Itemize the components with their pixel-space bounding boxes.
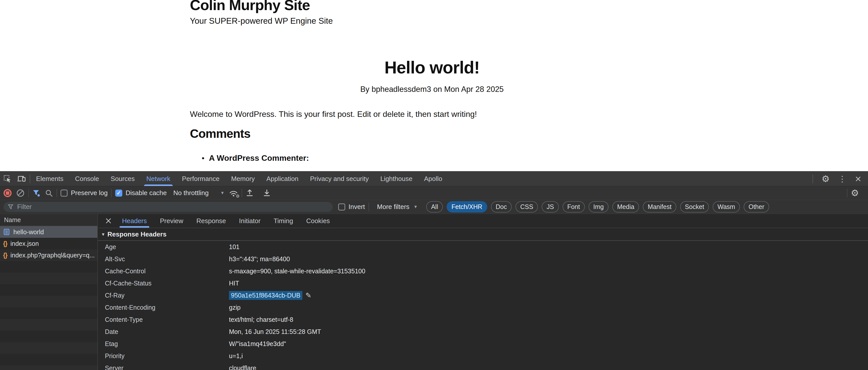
details-tabbar: HeadersPreviewResponseInitiatorTimingCoo… [98, 214, 868, 228]
response-headers-section-header[interactable]: ▾ Response Headers [98, 228, 868, 241]
header-value: W/"isa1mq419e3dd" [229, 340, 286, 347]
header-name: Etag [98, 340, 229, 347]
devtools-panel: ElementsConsoleSourcesNetworkPerformance… [0, 171, 868, 370]
details-tab-response[interactable]: Response [190, 214, 232, 228]
details-tab-cookies[interactable]: Cookies [300, 214, 336, 228]
section-title: Response Headers [107, 230, 166, 238]
tab-lighthouse[interactable]: Lighthouse [374, 172, 418, 186]
response-header-row-content-encoding: Content-Encodinggzip [98, 301, 868, 313]
response-header-row-cf-cache-status: Cf-Cache-StatusHIT [98, 277, 868, 289]
dropdown-arrow-icon: ▼ [220, 191, 224, 196]
details-tab-initiator[interactable]: Initiator [232, 214, 267, 228]
record-network-log-icon[interactable] [3, 189, 11, 197]
collapse-triangle-icon: ▾ [102, 231, 104, 237]
filter-chip-fetch-xhr[interactable]: Fetch/XHR [446, 201, 487, 212]
header-name: Alt-Svc [98, 255, 229, 263]
network-conditions-icon[interactable]: ⚙ [229, 189, 238, 197]
tab-elements[interactable]: Elements [30, 172, 69, 186]
json-icon: {} [3, 251, 7, 259]
filter-chip-socket[interactable]: Socket [680, 201, 709, 212]
throttling-dropdown[interactable]: No throttling ▼ [173, 189, 224, 197]
response-header-row-server: Servercloudflare [98, 362, 868, 370]
tab-sources[interactable]: Sources [105, 172, 141, 186]
header-value: Mon, 16 Jun 2025 11:55:28 GMT [229, 328, 321, 335]
header-name: Content-Type [98, 316, 229, 323]
site-title: Colin Murphy Site [190, 0, 310, 13]
filter-chip-manifest[interactable]: Manifest [643, 201, 676, 212]
name-column-header[interactable]: Name [0, 214, 97, 226]
import-har-icon[interactable] [246, 189, 254, 197]
tab-application[interactable]: Application [260, 172, 304, 186]
filter-input[interactable]: Filter [3, 202, 333, 212]
post-byline: By bpheadlessdem3 on Mon Apr 28 2025 [190, 85, 674, 94]
details-tab-timing[interactable]: Timing [267, 214, 300, 228]
header-value: 950a1e51f86434cb-DUB✎ [229, 291, 311, 300]
more-filters-dropdown[interactable]: More filters ▼ [377, 203, 417, 211]
filter-chip-doc[interactable]: Doc [491, 201, 512, 212]
header-name: Cf-Ray [98, 292, 229, 299]
header-name: Cf-Cache-Status [98, 280, 229, 287]
filter-chip-font[interactable]: Font [563, 201, 585, 212]
divider [812, 175, 813, 183]
filter-chip-wasm[interactable]: Wasm [713, 201, 740, 212]
comment-list-item: • A WordPress Commenter: [202, 153, 309, 163]
invert-checkbox[interactable] [338, 203, 345, 210]
filter-chip-media[interactable]: Media [612, 201, 639, 212]
devtools-tabbar: ElementsConsoleSourcesNetworkPerformance… [0, 172, 868, 186]
edit-pencil-icon[interactable]: ✎ [305, 291, 311, 300]
throttling-value: No throttling [173, 189, 209, 197]
header-value: 101 [229, 243, 240, 251]
export-har-icon[interactable] [263, 189, 271, 197]
tab-console[interactable]: Console [69, 172, 105, 186]
preserve-log-label: Preserve log [71, 189, 108, 197]
preserve-log-checkbox[interactable] [61, 190, 68, 197]
request-row-index-php-graphql-query-[interactable]: {}index.php?graphql&query=q... [0, 249, 97, 261]
conditions-gear-badge: ⚙ [236, 194, 240, 199]
highlighted-header-value[interactable]: 950a1e51f86434cb-DUB [229, 291, 302, 300]
network-settings-gear-icon[interactable]: ⚙ [851, 189, 859, 198]
name-column-label: Name [4, 216, 21, 224]
divider [111, 189, 112, 197]
response-header-row-alt-svc: Alt-Svch3=":443"; ma=86400 [98, 253, 868, 265]
response-header-row-cf-ray: Cf-Ray950a1e51f86434cb-DUB✎ [98, 289, 868, 301]
filter-chip-other[interactable]: Other [744, 201, 769, 212]
header-value: s-maxage=900, stale-while-revalidate=315… [229, 267, 365, 275]
disable-cache-checkbox[interactable]: ✓ [115, 190, 122, 197]
header-name: Priority [98, 352, 229, 360]
search-icon[interactable] [45, 189, 53, 197]
filter-placeholder: Filter [17, 203, 32, 211]
details-tab-headers[interactable]: Headers [116, 214, 153, 228]
filter-chip-js[interactable]: JS [542, 201, 559, 212]
inspect-element-icon[interactable] [3, 175, 11, 183]
tab-apollo[interactable]: Apollo [418, 172, 448, 186]
tab-memory[interactable]: Memory [225, 172, 260, 186]
comments-heading: Comments [190, 127, 250, 141]
header-value: h3=":443"; ma=86400 [229, 255, 290, 263]
network-toolbar: Preserve log ✓ Disable cache No throttli… [0, 186, 868, 200]
filter-chip-all[interactable]: All [426, 201, 443, 212]
comment-author: A WordPress Commenter: [209, 153, 309, 163]
filter-chip-img[interactable]: Img [589, 201, 609, 212]
more-options-kebab-icon[interactable]: ⋮ [838, 175, 846, 183]
header-value: cloudflare [229, 365, 256, 370]
header-value: text/html; charset=utf-8 [229, 316, 293, 323]
request-row-index-json[interactable]: {}index.json [0, 238, 97, 249]
divider [28, 189, 29, 197]
details-tab-preview[interactable]: Preview [153, 214, 190, 228]
request-row-hello-world[interactable]: hello-world [0, 226, 97, 238]
request-name: hello-world [13, 228, 44, 236]
divider [368, 203, 369, 211]
header-name: Date [98, 328, 229, 335]
device-toolbar-icon[interactable] [17, 175, 26, 183]
response-header-row-content-type: Content-Typetext/html; charset=utf-8 [98, 313, 868, 325]
close-details-icon[interactable] [105, 217, 112, 224]
json-icon: {} [3, 240, 7, 248]
close-devtools-icon[interactable] [855, 176, 862, 182]
clear-network-log-icon[interactable] [16, 189, 25, 197]
filter-chip-css[interactable]: CSS [516, 201, 538, 212]
tab-network[interactable]: Network [141, 172, 176, 186]
tab-privacy-and-security[interactable]: Privacy and security [304, 172, 375, 186]
filter-funnel-icon[interactable] [32, 189, 40, 197]
settings-gear-icon[interactable]: ⚙ [822, 174, 830, 183]
tab-performance[interactable]: Performance [176, 172, 225, 186]
